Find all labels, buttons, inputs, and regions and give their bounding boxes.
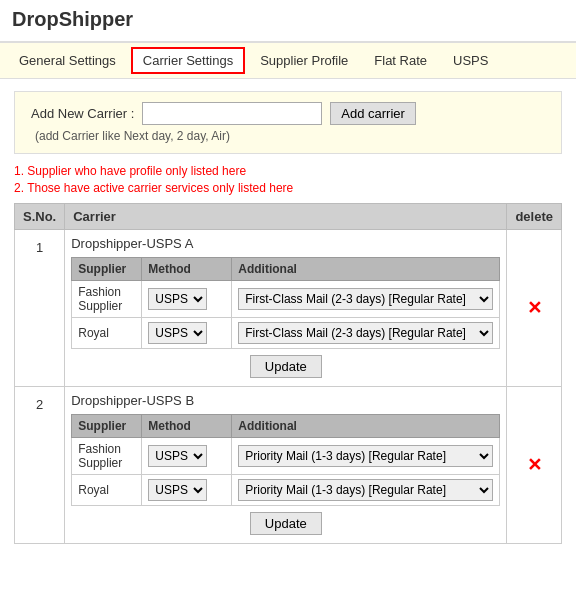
supplier-cell: Fashion Supplier — [72, 281, 142, 318]
tab-bar: General SettingsCarrier SettingsSupplier… — [0, 42, 576, 79]
method-select[interactable]: USPS — [148, 322, 207, 344]
supplier-cell: Fashion Supplier — [72, 438, 142, 475]
app-header: DropShipper — [0, 0, 576, 42]
inner-col-additional: Additional — [232, 415, 500, 438]
supplier-cell: Royal — [72, 318, 142, 349]
additional-select[interactable]: First-Class Mail (2-3 days) [Regular Rat… — [238, 288, 493, 310]
additional-cell: First-Class Mail (2-3 days) [Regular Rat… — [232, 281, 500, 318]
col-sno: S.No. — [15, 204, 65, 230]
inner-col-method: Method — [142, 415, 232, 438]
delete-icon[interactable]: ✕ — [527, 455, 542, 475]
list-item: RoyalUSPSPriority Mail (1-3 days) [Regul… — [72, 475, 500, 506]
list-item: RoyalUSPSFirst-Class Mail (2-3 days) [Re… — [72, 318, 500, 349]
add-carrier-box: Add New Carrier : Add carrier (add Carri… — [14, 91, 562, 154]
method-cell: USPS — [142, 475, 232, 506]
carrier-sno: 1 — [15, 230, 65, 387]
inner-col-supplier: Supplier — [72, 258, 142, 281]
main-content: Add New Carrier : Add carrier (add Carri… — [0, 79, 576, 556]
carrier-sno: 2 — [15, 387, 65, 544]
note-1: 1. Supplier who have profile only listed… — [14, 164, 562, 178]
tab-flatrate[interactable]: Flat Rate — [363, 48, 438, 73]
list-item: Fashion SupplierUSPSFirst-Class Mail (2-… — [72, 281, 500, 318]
method-cell: USPS — [142, 318, 232, 349]
additional-cell: Priority Mail (1-3 days) [Regular Rate] — [232, 475, 500, 506]
inner-col-additional: Additional — [232, 258, 500, 281]
method-select[interactable]: USPS — [148, 288, 207, 310]
method-select[interactable]: USPS — [148, 479, 207, 501]
table-row: 2Dropshipper-USPS BSupplierMethodAdditio… — [15, 387, 562, 544]
additional-cell: First-Class Mail (2-3 days) [Regular Rat… — [232, 318, 500, 349]
method-cell: USPS — [142, 281, 232, 318]
delete-cell: ✕ — [507, 387, 562, 544]
tab-supplier[interactable]: Supplier Profile — [249, 48, 359, 73]
add-carrier-button[interactable]: Add carrier — [330, 102, 416, 125]
carrier-block: Dropshipper-USPS ASupplierMethodAddition… — [65, 230, 507, 387]
method-cell: USPS — [142, 438, 232, 475]
table-row: 1Dropshipper-USPS ASupplierMethodAdditio… — [15, 230, 562, 387]
inner-col-method: Method — [142, 258, 232, 281]
carrier-name: Dropshipper-USPS B — [71, 391, 500, 410]
add-carrier-input[interactable] — [142, 102, 322, 125]
supplier-cell: Royal — [72, 475, 142, 506]
tab-usps[interactable]: USPS — [442, 48, 499, 73]
additional-cell: Priority Mail (1-3 days) [Regular Rate] — [232, 438, 500, 475]
update-row: Update — [71, 349, 500, 382]
tab-carrier[interactable]: Carrier Settings — [131, 47, 245, 74]
notes-section: 1. Supplier who have profile only listed… — [14, 164, 562, 195]
method-select[interactable]: USPS — [148, 445, 207, 467]
carrier-table: S.No. Carrier delete 1Dropshipper-USPS A… — [14, 203, 562, 544]
update-button[interactable]: Update — [250, 512, 322, 535]
tab-general[interactable]: General Settings — [8, 48, 127, 73]
delete-icon[interactable]: ✕ — [527, 298, 542, 318]
carrier-block: Dropshipper-USPS BSupplierMethodAddition… — [65, 387, 507, 544]
add-carrier-hint: (add Carrier like Next day, 2 day, Air) — [31, 129, 545, 143]
note-2: 2. Those have active carrier services on… — [14, 181, 562, 195]
additional-select[interactable]: Priority Mail (1-3 days) [Regular Rate] — [238, 445, 493, 467]
inner-carrier-table: SupplierMethodAdditionalFashion Supplier… — [71, 414, 500, 506]
add-carrier-label: Add New Carrier : — [31, 106, 134, 121]
carrier-name: Dropshipper-USPS A — [71, 234, 500, 253]
update-button[interactable]: Update — [250, 355, 322, 378]
update-row: Update — [71, 506, 500, 539]
additional-select[interactable]: First-Class Mail (2-3 days) [Regular Rat… — [238, 322, 493, 344]
col-delete: delete — [507, 204, 562, 230]
app-title: DropShipper — [12, 8, 564, 31]
col-carrier: Carrier — [65, 204, 507, 230]
list-item: Fashion SupplierUSPSPriority Mail (1-3 d… — [72, 438, 500, 475]
delete-cell: ✕ — [507, 230, 562, 387]
additional-select[interactable]: Priority Mail (1-3 days) [Regular Rate] — [238, 479, 493, 501]
inner-carrier-table: SupplierMethodAdditionalFashion Supplier… — [71, 257, 500, 349]
inner-col-supplier: Supplier — [72, 415, 142, 438]
